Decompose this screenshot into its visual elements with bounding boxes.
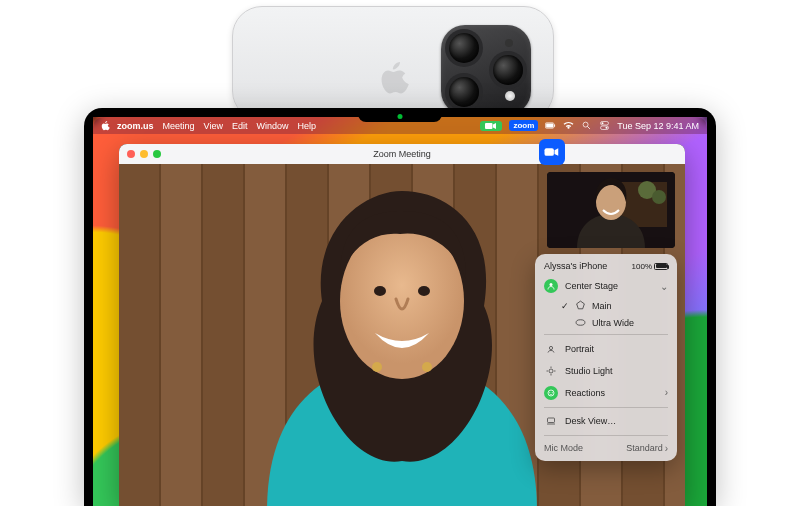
svg-point-13 bbox=[418, 286, 430, 296]
svg-point-15 bbox=[422, 362, 432, 372]
svg-point-4 bbox=[583, 122, 588, 127]
camera-bump bbox=[441, 25, 531, 115]
camera-device-name: Alyssa's iPhone bbox=[544, 261, 607, 271]
apple-menu-icon[interactable] bbox=[101, 121, 111, 131]
lens-main-label: Main bbox=[592, 301, 612, 311]
camera-lens-icon bbox=[449, 77, 479, 107]
portrait-label: Portrait bbox=[565, 344, 594, 354]
svg-line-5 bbox=[588, 127, 590, 129]
chevron-down-icon: ⌄ bbox=[660, 281, 668, 292]
control-center-icon[interactable] bbox=[599, 121, 610, 130]
reactions-toggle[interactable]: Reactions › bbox=[535, 382, 677, 404]
iphone-device bbox=[232, 6, 554, 121]
menu-help[interactable]: Help bbox=[297, 121, 316, 131]
menu-window[interactable]: Window bbox=[256, 121, 288, 131]
center-stage-icon bbox=[544, 279, 558, 293]
reactions-icon bbox=[544, 386, 558, 400]
window-title: Zoom Meeting bbox=[119, 149, 685, 159]
lens-ultrawide-option[interactable]: Ultra Wide bbox=[535, 314, 677, 331]
svg-point-7 bbox=[602, 122, 604, 124]
lidar-icon bbox=[505, 39, 513, 47]
svg-rect-0 bbox=[485, 123, 493, 129]
portrait-icon bbox=[544, 342, 558, 356]
svg-point-22 bbox=[576, 320, 585, 326]
svg-point-12 bbox=[374, 286, 386, 296]
lens-icon bbox=[575, 317, 586, 328]
mic-mode-label: Mic Mode bbox=[544, 443, 583, 454]
camera-active-indicator[interactable] bbox=[480, 121, 502, 131]
zoom-app-icon[interactable] bbox=[539, 139, 565, 165]
menu-view[interactable]: View bbox=[204, 121, 223, 131]
svg-point-14 bbox=[372, 362, 382, 372]
device-battery: 100% bbox=[632, 262, 668, 271]
reactions-label: Reactions bbox=[565, 388, 605, 398]
apple-logo-icon bbox=[381, 62, 411, 96]
display-notch bbox=[358, 108, 442, 122]
svg-point-23 bbox=[549, 346, 552, 349]
battery-icon bbox=[654, 263, 668, 270]
checkmark-icon: ✓ bbox=[561, 301, 569, 311]
menu-edit[interactable]: Edit bbox=[232, 121, 248, 131]
video-area: Alyssa's iPhone 100% Center Stage ⌄ ✓ bbox=[119, 164, 685, 506]
studio-light-toggle[interactable]: Studio Light bbox=[535, 360, 677, 382]
lens-uw-label: Ultra Wide bbox=[592, 318, 634, 328]
svg-point-30 bbox=[549, 391, 550, 392]
svg-point-29 bbox=[548, 390, 554, 396]
desk-view-label: Desk View… bbox=[565, 416, 616, 426]
menu-meeting[interactable]: Meeting bbox=[163, 121, 195, 131]
mic-mode-value: Standard bbox=[626, 443, 663, 453]
center-stage-toggle[interactable]: Center Stage ⌄ bbox=[535, 275, 677, 297]
studio-light-label: Studio Light bbox=[565, 366, 613, 376]
battery-icon[interactable] bbox=[545, 121, 556, 130]
svg-point-9 bbox=[606, 127, 608, 129]
center-stage-label: Center Stage bbox=[565, 281, 618, 291]
desk-view-icon bbox=[544, 414, 558, 428]
macbook-frame: zoom.us Meeting View Edit Window Help zo… bbox=[84, 108, 716, 506]
svg-point-24 bbox=[549, 369, 553, 373]
wifi-icon[interactable] bbox=[563, 121, 574, 130]
app-menus: zoom.us Meeting View Edit Window Help bbox=[117, 121, 316, 131]
zoom-window: Zoom Meeting bbox=[119, 144, 685, 506]
mic-mode-row[interactable]: Mic Mode Standard› bbox=[535, 439, 677, 456]
svg-rect-32 bbox=[548, 418, 555, 423]
portrait-toggle[interactable]: Portrait bbox=[535, 338, 677, 360]
camera-lens-icon bbox=[493, 55, 523, 85]
svg-point-31 bbox=[552, 391, 553, 392]
video-effects-panel: Alyssa's iPhone 100% Center Stage ⌄ ✓ bbox=[535, 254, 677, 461]
svg-rect-10 bbox=[545, 148, 554, 156]
app-name-menu[interactable]: zoom.us bbox=[117, 121, 154, 131]
camera-lens-icon bbox=[449, 33, 479, 63]
studio-light-icon bbox=[544, 364, 558, 378]
zoom-menubar-icon[interactable]: zoom bbox=[509, 120, 538, 131]
svg-rect-2 bbox=[546, 123, 553, 127]
menubar-clock[interactable]: Tue Sep 12 9:41 AM bbox=[617, 121, 699, 131]
flash-icon bbox=[505, 91, 515, 101]
svg-point-21 bbox=[550, 283, 553, 286]
svg-point-19 bbox=[652, 190, 666, 204]
lens-icon bbox=[575, 300, 586, 311]
lens-main-option[interactable]: ✓ Main bbox=[535, 297, 677, 314]
search-icon[interactable] bbox=[581, 121, 592, 130]
chevron-right-icon: › bbox=[665, 443, 668, 454]
titlebar[interactable]: Zoom Meeting bbox=[119, 144, 685, 164]
self-view[interactable] bbox=[547, 172, 675, 248]
svg-rect-3 bbox=[554, 124, 555, 127]
desk-view-button[interactable]: Desk View… bbox=[535, 410, 677, 432]
chevron-right-icon: › bbox=[665, 387, 668, 398]
